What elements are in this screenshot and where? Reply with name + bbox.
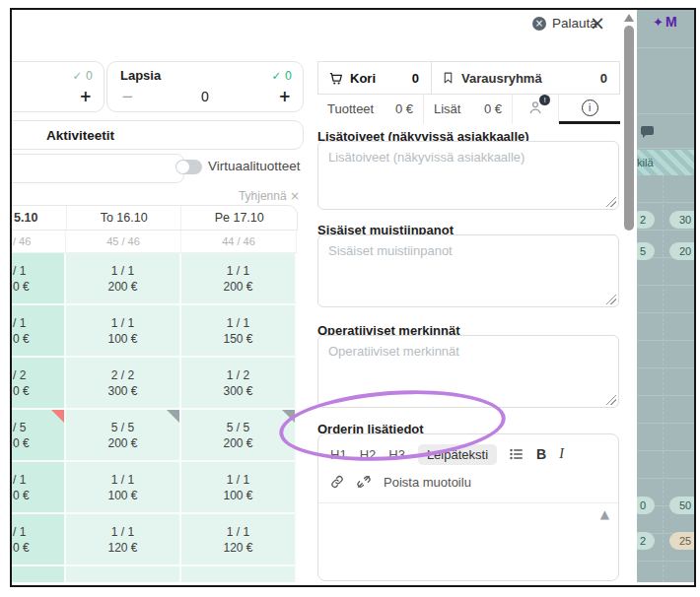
activities-search-input[interactable] bbox=[12, 154, 184, 183]
count-pill: 2 bbox=[637, 211, 655, 229]
reset-circle-icon: × bbox=[532, 17, 546, 31]
price-cell[interactable]: / 20 € bbox=[12, 358, 66, 410]
subtab-customer[interactable]: ! bbox=[513, 94, 559, 124]
availability-grid: 5.10 To 16.10 Pe 17.10 / 46 45 / 46 44 /… bbox=[12, 205, 298, 582]
price-cell[interactable]: / 10 € bbox=[12, 462, 66, 514]
children-confirmed-count: ✓ 0 bbox=[271, 69, 292, 83]
availability-cell: 44 / 46 bbox=[181, 231, 297, 252]
price-cell[interactable]: 1 / 1200 € bbox=[181, 253, 297, 305]
bold-button[interactable]: B bbox=[536, 446, 546, 462]
grid-row: / 10 € 1 / 1200 € 1 / 1200 € bbox=[12, 253, 298, 305]
price-cell[interactable]: 2 / 2300 € bbox=[66, 358, 181, 410]
wishes-textarea-wrap bbox=[317, 141, 619, 210]
grid-line bbox=[637, 148, 694, 149]
cart-icon bbox=[328, 71, 343, 86]
grid-header-row: 5.10 To 16.10 Pe 17.10 bbox=[12, 205, 298, 231]
link-button[interactable] bbox=[330, 475, 344, 489]
availability-warning-icon bbox=[51, 410, 64, 423]
confirmed-count: ✓ 0 bbox=[72, 69, 93, 83]
price-cell[interactable]: / 10 € bbox=[12, 514, 66, 566]
grid-row bbox=[12, 566, 298, 582]
subtab-products[interactable]: Tuotteet0 € bbox=[317, 94, 424, 124]
subtab-info[interactable]: i bbox=[559, 94, 620, 124]
editor-content-area[interactable]: ▲ bbox=[318, 502, 618, 581]
price-cell[interactable]: 1 / 1100 € bbox=[181, 462, 297, 514]
price-cell[interactable]: 1 / 1120 € bbox=[181, 514, 297, 566]
grid-availability-row: / 46 45 / 46 44 / 46 bbox=[12, 231, 298, 253]
app-logo-letter: M bbox=[665, 14, 677, 30]
bullet-list-button[interactable] bbox=[510, 448, 524, 460]
grid-row: / 50 € 5 / 5200 € 5 / 5200 € bbox=[12, 410, 298, 462]
hatched-booking-row: kilä bbox=[637, 150, 694, 175]
heading1-button[interactable]: H1 bbox=[330, 447, 347, 462]
price-cell[interactable]: 1 / 1150 € bbox=[181, 305, 297, 358]
bookmark-icon bbox=[442, 71, 455, 85]
price-cell[interactable]: 5 / 5200 € bbox=[66, 410, 181, 462]
rich-text-editor: H1 H2 H3 Leipäteksti B I Poista muotoilu… bbox=[317, 433, 619, 581]
restore-button[interactable]: × Palauta bbox=[532, 16, 597, 31]
close-icon[interactable]: × bbox=[590, 12, 605, 33]
price-cell[interactable]: 1 / 2300 € bbox=[181, 358, 297, 410]
price-cell[interactable] bbox=[66, 566, 181, 582]
alert-badge: ! bbox=[539, 95, 550, 105]
activities-header[interactable]: Aktiviteetit bbox=[12, 120, 304, 150]
grid-header-day[interactable]: Pe 17.10 bbox=[181, 206, 297, 230]
editor-toolbar-row2: Poista muotoilu bbox=[318, 469, 618, 495]
heading3-button[interactable]: H3 bbox=[388, 447, 405, 462]
grid-line bbox=[637, 113, 694, 114]
price-cell[interactable]: 1 / 1120 € bbox=[66, 514, 181, 566]
availability-marker-icon bbox=[167, 410, 179, 423]
count-pill: 5 bbox=[637, 242, 655, 260]
availability-marker-icon bbox=[282, 410, 295, 423]
children-value: 0 bbox=[107, 89, 303, 104]
tab-cart[interactable]: Kori 0 bbox=[317, 61, 432, 95]
editor-toolbar-row1: H1 H2 H3 Leipäteksti B I bbox=[318, 441, 618, 467]
count-pill: 50 bbox=[669, 497, 694, 514]
italic-button[interactable]: I bbox=[559, 446, 564, 462]
price-cell[interactable]: 1 / 1100 € bbox=[66, 305, 181, 358]
grid-header-day[interactable]: 5.10 bbox=[12, 206, 67, 230]
price-cell[interactable]: 1 / 1100 € bbox=[66, 462, 181, 514]
body-text-style-button[interactable]: Leipäteksti bbox=[418, 444, 497, 465]
clear-formatting-button[interactable]: Poista muotoilu bbox=[384, 475, 471, 490]
grid-row: / 20 € 2 / 2300 € 1 / 2300 € bbox=[12, 358, 298, 410]
price-cell[interactable]: / 50 € bbox=[12, 410, 66, 462]
price-cell[interactable]: / 10 € bbox=[12, 305, 66, 358]
unlink-icon bbox=[357, 475, 371, 489]
grid-row: / 10 € 1 / 1120 € 1 / 1120 € bbox=[12, 514, 298, 566]
availability-cell: / 46 bbox=[12, 231, 66, 252]
wishes-textarea[interactable] bbox=[318, 142, 618, 209]
price-cell[interactable] bbox=[181, 566, 297, 582]
reservation-group-label: Varausryhmä bbox=[461, 71, 542, 86]
heading2-button[interactable]: H2 bbox=[360, 447, 377, 462]
background-page: ✦ M kilä 2 30 5 20 0 50 2 25 bbox=[637, 10, 694, 582]
scrollbar[interactable] bbox=[621, 10, 637, 582]
count-pill: 2 bbox=[637, 532, 655, 550]
operational-notes-textarea[interactable] bbox=[318, 336, 618, 407]
internal-notes-textarea[interactable] bbox=[318, 235, 618, 306]
price-cell[interactable]: / 10 € bbox=[12, 253, 66, 305]
scroll-up-icon[interactable] bbox=[624, 14, 634, 22]
increment-button[interactable]: + bbox=[79, 88, 92, 105]
cart-count: 0 bbox=[412, 71, 419, 86]
price-cell[interactable]: 1 / 1200 € bbox=[66, 253, 181, 305]
virtual-products-toggle[interactable] bbox=[175, 160, 202, 174]
subtab-extras[interactable]: Lisät0 € bbox=[424, 94, 513, 124]
unlink-button[interactable] bbox=[357, 475, 371, 489]
link-icon bbox=[330, 475, 344, 489]
panel-subtabs: Tuotteet0 € Lisät0 € ! i bbox=[317, 94, 620, 124]
sparkles-icon: ✦ bbox=[653, 15, 664, 30]
price-cell[interactable]: 5 / 5200 € bbox=[181, 410, 297, 462]
increment-button[interactable]: + bbox=[278, 88, 291, 105]
availability-cell: 45 / 46 bbox=[66, 231, 181, 252]
activities-title: Aktiviteetit bbox=[46, 128, 114, 143]
clear-filters-link[interactable]: Tyhjennä × bbox=[219, 189, 300, 203]
count-pill: 25 bbox=[669, 532, 694, 550]
info-icon: i bbox=[582, 100, 598, 116]
scrollbar-thumb[interactable] bbox=[624, 26, 634, 231]
grid-header-day[interactable]: To 16.10 bbox=[67, 206, 182, 230]
comment-bubble-icon bbox=[641, 126, 654, 135]
price-cell[interactable] bbox=[12, 566, 66, 582]
collapse-caret-icon[interactable]: ▲ bbox=[600, 507, 609, 521]
tab-reservation-group[interactable]: Varausryhmä 0 bbox=[431, 61, 620, 95]
